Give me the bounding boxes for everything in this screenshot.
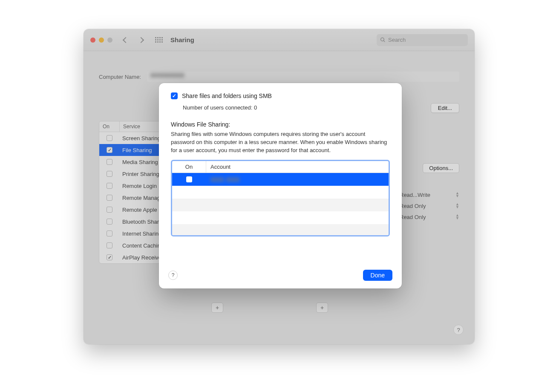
back-button[interactable] bbox=[124, 38, 128, 42]
account-row-empty bbox=[172, 224, 389, 236]
col-header-account: Account bbox=[206, 161, 235, 173]
service-row[interactable]: Internet Sharing bbox=[99, 228, 169, 239]
service-row[interactable]: Remote Login bbox=[99, 180, 169, 192]
account-row[interactable]: ▮▮▮▮ ▮▮▮▮ bbox=[172, 173, 389, 186]
account-table-header: On Account bbox=[172, 161, 389, 173]
stepper-icon: ▲▼ bbox=[455, 192, 459, 198]
permission-selector[interactable]: Read Only▲▼ bbox=[400, 200, 459, 211]
svg-line-1 bbox=[383, 40, 385, 42]
service-checkbox[interactable] bbox=[107, 135, 112, 141]
nav-buttons bbox=[124, 38, 143, 42]
svg-point-0 bbox=[381, 38, 384, 41]
permissions-list: Read...Write▲▼Read Only▲▼Read Only▲▼ bbox=[400, 189, 459, 222]
window-title: Sharing bbox=[170, 36, 194, 43]
col-header-on: On bbox=[99, 121, 120, 132]
service-row[interactable]: Screen Sharing bbox=[99, 132, 169, 144]
zoom-window-button[interactable] bbox=[107, 37, 112, 43]
chevron-left-icon bbox=[123, 37, 129, 43]
service-row[interactable]: Printer Sharing bbox=[99, 168, 169, 180]
computer-name-label: Computer Name: bbox=[99, 74, 141, 80]
computer-name-value: ▮▮▮▮▮▮▮▮▮▮ bbox=[147, 72, 184, 78]
show-all-button[interactable] bbox=[155, 37, 163, 43]
stepper-icon: ▲▼ bbox=[455, 203, 459, 209]
help-button[interactable]: ? bbox=[168, 271, 178, 280]
computer-name-field[interactable]: ▮▮▮▮▮▮▮▮▮▮ bbox=[147, 72, 459, 82]
service-checkbox[interactable] bbox=[107, 231, 112, 236]
service-checkbox[interactable] bbox=[107, 147, 112, 153]
service-row[interactable]: Media Sharing bbox=[99, 156, 169, 168]
account-table-body: ▮▮▮▮ ▮▮▮▮ bbox=[172, 173, 389, 236]
account-row-empty bbox=[172, 199, 389, 211]
traffic-lights bbox=[90, 37, 112, 43]
footer-buttons: + + bbox=[211, 303, 328, 313]
permission-selector[interactable]: Read...Write▲▼ bbox=[400, 189, 459, 200]
done-button[interactable]: Done bbox=[363, 270, 392, 281]
service-row[interactable]: Remote Apple Events bbox=[99, 204, 169, 216]
titlebar: Sharing Search bbox=[84, 29, 475, 51]
service-checkbox[interactable] bbox=[107, 219, 112, 225]
service-checkbox[interactable] bbox=[107, 171, 112, 177]
col-header-service: Service bbox=[120, 121, 144, 132]
service-checkbox[interactable] bbox=[107, 254, 112, 260]
edit-button[interactable]: Edit... bbox=[431, 103, 459, 113]
help-button[interactable]: ? bbox=[453, 325, 464, 335]
minimize-window-button[interactable] bbox=[99, 37, 104, 43]
service-row[interactable]: File Sharing bbox=[99, 144, 169, 156]
service-row[interactable]: Bluetooth Sharing bbox=[99, 216, 169, 228]
windows-file-sharing-heading: Windows File Sharing: bbox=[171, 121, 390, 128]
permission-selector[interactable]: Read Only▲▼ bbox=[400, 211, 459, 222]
add-folder-button[interactable]: + bbox=[211, 303, 223, 313]
permission-label: Read Only bbox=[400, 214, 455, 220]
account-row-empty bbox=[172, 186, 389, 199]
account-name: ▮▮▮▮ ▮▮▮▮ bbox=[206, 176, 240, 182]
users-connected-text: Number of users connected: 0 bbox=[183, 104, 390, 111]
computer-name-row: Computer Name: ▮▮▮▮▮▮▮▮▮▮ bbox=[99, 72, 459, 82]
service-row[interactable]: Content Caching bbox=[99, 239, 169, 251]
search-input[interactable]: Search bbox=[377, 34, 468, 46]
forward-button[interactable] bbox=[139, 38, 143, 42]
smb-options-dialog: Share files and folders using SMB Number… bbox=[159, 83, 402, 288]
service-checkbox[interactable] bbox=[107, 207, 112, 213]
col-header-on: On bbox=[172, 161, 206, 173]
account-checkbox[interactable] bbox=[186, 176, 192, 182]
service-checkbox[interactable] bbox=[107, 242, 112, 248]
account-table: On Account ▮▮▮▮ ▮▮▮▮ bbox=[171, 160, 390, 236]
add-user-button[interactable]: + bbox=[316, 303, 328, 313]
windows-file-sharing-text: Sharing files with some Windows computer… bbox=[171, 130, 390, 155]
close-window-button[interactable] bbox=[90, 37, 95, 43]
search-icon bbox=[380, 37, 386, 43]
service-checkbox[interactable] bbox=[107, 183, 112, 189]
smb-checkbox[interactable] bbox=[171, 92, 178, 99]
service-row[interactable]: AirPlay Receiver bbox=[99, 251, 169, 263]
chevron-right-icon bbox=[138, 37, 144, 43]
smb-checkbox-label: Share files and folders using SMB bbox=[182, 92, 272, 99]
service-table-header: On Service bbox=[99, 121, 169, 132]
smb-checkbox-row: Share files and folders using SMB bbox=[171, 92, 390, 99]
service-row[interactable]: Remote Management bbox=[99, 192, 169, 204]
modal-footer: ? Done bbox=[168, 270, 392, 281]
search-placeholder: Search bbox=[388, 37, 406, 43]
service-checkbox[interactable] bbox=[107, 195, 112, 201]
permission-label: Read Only bbox=[400, 203, 455, 209]
account-row-empty bbox=[172, 211, 389, 224]
permission-label: Read...Write bbox=[400, 192, 455, 198]
service-checkbox[interactable] bbox=[107, 159, 112, 165]
stepper-icon: ▲▼ bbox=[455, 214, 459, 220]
options-button[interactable]: Options... bbox=[423, 163, 459, 173]
